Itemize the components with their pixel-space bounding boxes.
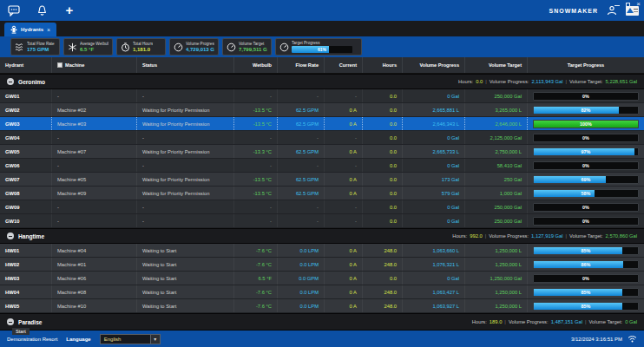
cell-flow-rate: 0.0 LPM: [278, 258, 325, 271]
cell-wetbulb: -7.6 °C: [234, 244, 278, 257]
hydrant-row[interactable]: GW09 - - - - - 0.0 0 Gal 250,000 Gal 0%: [0, 200, 644, 214]
cell-machine: Machine #08: [52, 285, 137, 298]
cell-wetbulb: 6.5 °F: [234, 272, 278, 285]
stat-card-volume-progress: Volume Progress 4,729,013 Gal: [169, 38, 219, 56]
progress-percent: 85%: [534, 289, 638, 296]
bell-icon[interactable]: [35, 3, 49, 17]
hydrant-row[interactable]: GW07 Machine #05 Waiting for Priority Pe…: [0, 173, 644, 187]
hydrant-row[interactable]: GW04 - - - - - 0.0 0 Gal 2,125,000 Gal 0…: [0, 131, 644, 145]
hydrant-row[interactable]: GW03 Machine #03 Waiting for Priority Pe…: [0, 117, 644, 131]
col-wetbulb[interactable]: Wetbulb: [234, 57, 278, 73]
cell-target-progress: 85%: [528, 285, 644, 298]
add-tab-icon[interactable]: +: [62, 3, 76, 17]
cell-volume-progress: 0 Gal: [403, 159, 465, 172]
hydrant-table-body: Geronimo Hours: 0.0 | Volume Progress: 2…: [0, 74, 644, 331]
col-status[interactable]: Status: [137, 57, 234, 73]
chat-icon[interactable]: [7, 3, 21, 17]
cell-wetbulb: -: [234, 89, 278, 102]
group-volume-progress: 1,487,151 Gal: [551, 319, 582, 324]
hydrant-row[interactable]: GW05 Machine #07 Waiting for Priority Pe…: [0, 145, 644, 159]
hydrant-group: Geronimo Hours: 0.0 | Volume Progress: 2…: [0, 74, 644, 228]
col-hydrant[interactable]: Hydrant: [0, 57, 52, 73]
cell-current: 0 A: [325, 173, 363, 186]
col-machine[interactable]: Machine: [52, 57, 137, 73]
group-hours: 189.0: [490, 319, 503, 324]
cell-target-progress: 0%: [528, 131, 644, 144]
cell-machine: -: [52, 200, 137, 213]
hydrant-row[interactable]: GW01 - - - - - 0.0 0 Gal 250,000 Gal 0%: [0, 89, 644, 103]
cell-hours: 248.0: [363, 285, 403, 298]
cell-volume-target: 2,125,000 Gal: [465, 131, 528, 144]
tab-hydrants[interactable]: Hydrants ×: [4, 23, 56, 36]
collapse-icon[interactable]: [7, 318, 14, 325]
cell-status: Waiting to Start: [137, 285, 234, 298]
collapse-icon[interactable]: [7, 232, 14, 239]
select-all-checkbox[interactable]: [57, 62, 62, 68]
col-volume-progress[interactable]: Volume Progress: [403, 57, 465, 73]
group-header[interactable]: Hangtime Hours: 992.0 | Volume Progress:…: [0, 228, 644, 244]
progress-bar: 85%: [533, 288, 639, 297]
progress-percent: 0%: [534, 218, 638, 225]
stat-card-volume-target: Volume Target 7,799,511 Gal: [222, 38, 272, 56]
close-button[interactable]: ×: [636, 1, 641, 8]
stat-card-wetbulb: Average Wetbulb 6.5 °F: [63, 38, 113, 56]
start-button[interactable]: Start: [12, 328, 30, 335]
group-header[interactable]: Paradise Hours: 189.0 | Volume Progress:…: [0, 313, 644, 331]
hydrant-row[interactable]: HW05 Machine #10 Waiting to Start -7.6 °…: [0, 299, 644, 313]
hydrant-row[interactable]: HW02 Machine #01 Waiting to Start -7.6 °…: [0, 258, 644, 272]
cell-hours: 0.0: [363, 145, 403, 158]
cell-wetbulb: -: [234, 214, 278, 227]
cell-wetbulb: -7.6 °C: [234, 258, 278, 271]
col-target-progress[interactable]: Target Progress: [528, 57, 644, 73]
hydrant-row[interactable]: HW03 Machine #06 Waiting to Start 6.5 °F…: [0, 272, 644, 285]
cell-volume-target: 1,250,000 Gal: [465, 272, 528, 285]
stat-value: 7,799,511 Gal: [239, 47, 267, 52]
restore-button[interactable]: [626, 3, 630, 7]
cell-target-progress: 69%: [528, 173, 644, 186]
minimize-button[interactable]: [614, 5, 620, 6]
col-flow-rate[interactable]: Flow Rate: [278, 57, 325, 73]
cell-flow-rate: 62.5 GPM: [278, 173, 325, 186]
hydrant-row[interactable]: HW04 Machine #08 Waiting to Start -7.6 °…: [0, 285, 644, 299]
stat-value: 1,181.0: [133, 47, 153, 52]
col-volume-target[interactable]: Volume Target: [465, 57, 528, 73]
group-hours: 992.0: [470, 233, 483, 239]
cell-status: -: [137, 131, 234, 144]
wifi-icon[interactable]: [628, 335, 637, 343]
hydrant-row[interactable]: GW06 - - - - - 0.0 0 Gal 58,410 Gal 0%: [0, 159, 644, 173]
group-volume-target: 0 Gal: [625, 319, 637, 324]
group-volume-target: 2,570,860 Gal: [606, 233, 637, 239]
progress-bar: 69%: [533, 175, 639, 184]
col-current[interactable]: Current: [325, 57, 363, 73]
cell-hydrant: HW02: [0, 258, 52, 271]
cell-machine: -: [52, 89, 137, 102]
tab-close-icon[interactable]: ×: [47, 27, 50, 33]
target-progress-percent: 61%: [292, 46, 352, 53]
cell-volume-target: 250 Gal: [465, 173, 528, 186]
cell-wetbulb: -: [234, 159, 278, 172]
stats-bar: Total Flow Rate 175 GPM Average Wetbulb …: [0, 36, 644, 57]
progress-bar: 0%: [533, 274, 639, 283]
language-select[interactable]: English ▾: [100, 334, 161, 344]
hydrant-row[interactable]: GW10 - - - - - 0.0 0 Gal 250,000 Gal 0%: [0, 214, 644, 228]
chevron-down-icon[interactable]: ▾: [150, 335, 160, 344]
hydrant-group: Hangtime Hours: 992.0 | Volume Progress:…: [0, 228, 644, 313]
hydrant-row[interactable]: HW01 Machine #04 Waiting to Start -7.6 °…: [0, 244, 644, 258]
hydrant-row[interactable]: GW08 Machine #09 Waiting for Priority Pe…: [0, 187, 644, 200]
gauge-icon: [279, 43, 289, 52]
cell-hydrant: GW04: [0, 131, 52, 144]
col-hours[interactable]: Hours: [363, 57, 403, 73]
cell-status: Waiting for Priority Permission: [137, 173, 234, 186]
cell-hydrant: GW02: [0, 103, 52, 116]
progress-bar: 85%: [533, 246, 639, 255]
cell-hours: 248.0: [363, 244, 403, 257]
cell-hours: 0.0: [363, 173, 403, 186]
progress-bar: 0%: [533, 161, 639, 170]
hydrant-row[interactable]: GW02 Machine #02 Waiting for Priority Pe…: [0, 103, 644, 117]
group-summary: Hours: 0.0 | Volume Progress: 2,113,943 …: [458, 79, 637, 84]
collapse-icon[interactable]: [7, 78, 14, 85]
app-window: + SNOWMAKER × Hydrants × To: [0, 0, 644, 347]
cell-flow-rate: -: [278, 214, 325, 227]
cell-target-progress: 58%: [528, 187, 644, 200]
group-header[interactable]: Geronimo Hours: 0.0 | Volume Progress: 2…: [0, 74, 644, 89]
